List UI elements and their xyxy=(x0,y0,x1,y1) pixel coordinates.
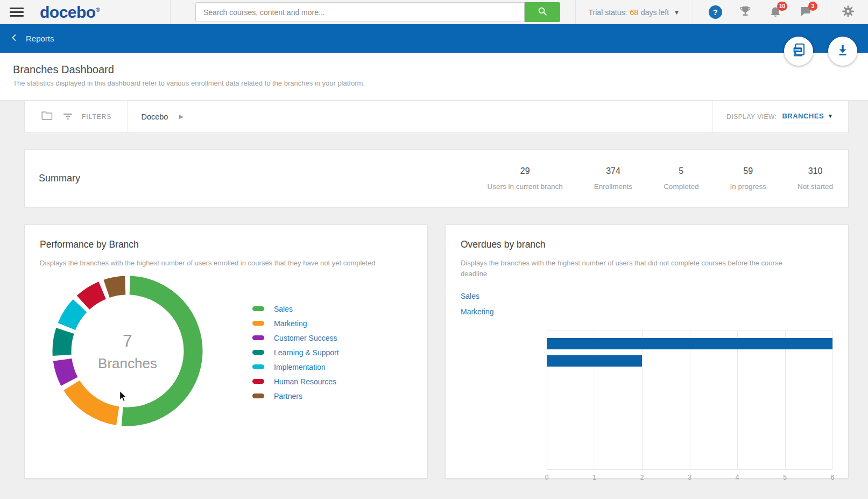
search-icon xyxy=(538,6,547,18)
legend-item-sales[interactable]: Sales xyxy=(252,301,339,316)
search-input[interactable] xyxy=(195,2,525,22)
stat-not-started: 310 Not started xyxy=(798,166,833,191)
chevron-right-icon: ▶ xyxy=(179,113,183,120)
gridline xyxy=(547,331,547,469)
messages-badge: 3 xyxy=(808,2,817,11)
stat-label: Users in current branch xyxy=(488,182,563,191)
legend-swatch xyxy=(252,335,264,340)
gridline xyxy=(595,331,595,469)
overdues-card-description: Displays the branches with the highest n… xyxy=(461,258,794,279)
gamification-button[interactable] xyxy=(738,5,752,19)
gridline xyxy=(642,331,643,469)
bar-sales[interactable] xyxy=(547,338,832,349)
donut-segment-customer-success[interactable] xyxy=(62,360,69,381)
filters-label: FILTERS xyxy=(82,113,111,121)
legend-item-learning-support[interactable]: Learning & Support xyxy=(252,345,339,360)
download-button[interactable] xyxy=(828,37,857,66)
donut-segment-marketing[interactable] xyxy=(72,385,118,416)
download-icon xyxy=(836,43,850,59)
stat-in-progress: 59 In progress xyxy=(730,166,766,191)
svg-text:PDF: PDF xyxy=(794,48,801,52)
help-icon: ? xyxy=(709,5,722,19)
overdues-branch-links: Sales Marketing xyxy=(461,292,493,323)
performance-by-branch-card: Performance by Branch Displays the branc… xyxy=(24,224,428,479)
caret-down-icon: ▼ xyxy=(674,9,680,16)
donut-center-value: 7 xyxy=(123,331,132,350)
gear-icon xyxy=(841,4,855,20)
x-tick-label: 5 xyxy=(783,474,787,481)
back-to-reports[interactable]: Reports xyxy=(10,33,54,44)
legend-label: Human Resources xyxy=(274,377,336,386)
filter-icon xyxy=(61,109,74,124)
donut-segment-partners[interactable] xyxy=(107,285,125,289)
branches-donut-chart: 7 Branches xyxy=(52,276,203,426)
donut-legend: SalesMarketingCustomer SuccessLearning &… xyxy=(252,301,339,403)
summary-title: Summary xyxy=(39,173,80,184)
legend-label: Implementation xyxy=(274,363,326,371)
legend-item-marketing[interactable]: Marketing xyxy=(252,316,339,331)
stat-value: 310 xyxy=(798,166,833,176)
legend-item-customer-success[interactable]: Customer Success xyxy=(252,331,339,345)
filters-button[interactable]: FILTERS xyxy=(25,101,128,132)
back-label: Reports xyxy=(26,34,54,43)
donut-segment-sales[interactable] xyxy=(122,285,193,417)
bar-marketing[interactable] xyxy=(547,355,642,367)
stat-label: Completed xyxy=(664,182,698,191)
overdues-by-branch-card: Overdues by branch Displays the branches… xyxy=(445,224,849,479)
filters-bar: FILTERS Docebo ▶ DISPLAY VIEW: BRANCHES … xyxy=(24,101,849,133)
legend-swatch xyxy=(252,364,264,369)
messages-button[interactable]: 3 xyxy=(799,5,813,19)
dashboard-content: Summary 29 Users in current branch 374 E… xyxy=(0,133,868,479)
stat-users-in-current-branch: 29 Users in current branch xyxy=(488,166,563,191)
x-tick-label: 4 xyxy=(736,474,739,481)
performance-card-title: Performance by Branch xyxy=(40,239,412,250)
legend-item-human-resources[interactable]: Human Resources xyxy=(252,374,339,389)
legend-label: Customer Success xyxy=(274,334,337,342)
overdues-card-title: Overdues by branch xyxy=(461,239,833,250)
stat-label: Not started xyxy=(798,182,833,191)
x-tick-label: 0 xyxy=(545,474,549,481)
legend-label: Sales xyxy=(274,305,293,313)
legend-item-partners[interactable]: Partners xyxy=(252,389,339,403)
stat-value: 5 xyxy=(664,166,698,176)
stat-enrollments: 374 Enrollments xyxy=(594,166,632,191)
page-title: Branches Dashboard xyxy=(13,64,868,76)
legend-swatch xyxy=(252,306,264,311)
branch-breadcrumb-docebo[interactable]: Docebo ▶ xyxy=(128,113,196,121)
trial-status-dropdown[interactable]: Trial status: 68 days left ▼ xyxy=(576,0,693,24)
x-tick-label: 1 xyxy=(592,474,596,481)
donut-segment-implementation[interactable] xyxy=(67,306,80,326)
legend-swatch xyxy=(252,393,264,398)
x-tick-label: 2 xyxy=(640,474,644,481)
search-bar xyxy=(171,2,560,22)
settings-button[interactable] xyxy=(828,0,868,24)
donut-segment-learning-support[interactable] xyxy=(62,331,65,355)
header-left: docebo® xyxy=(0,0,170,24)
logo-text: docebo xyxy=(40,3,96,21)
legend-label: Partners xyxy=(274,392,302,400)
legend-label: Learning & Support xyxy=(274,348,339,357)
export-pdf-button[interactable]: PDF xyxy=(784,37,813,66)
summary-card: Summary 29 Users in current branch 374 E… xyxy=(24,149,849,207)
branch-link-marketing[interactable]: Marketing xyxy=(461,307,493,316)
display-view-dropdown[interactable]: DISPLAY VIEW: BRANCHES ▼ xyxy=(712,101,848,132)
x-tick-label: 6 xyxy=(831,474,835,481)
branch-link-sales[interactable]: Sales xyxy=(461,292,493,300)
trial-days-suffix: days left xyxy=(641,8,669,17)
trial-days-value: 68 xyxy=(630,8,638,17)
page-header: Branches Dashboard The statistics displa… xyxy=(0,53,868,101)
stat-value: 29 xyxy=(488,166,563,176)
logo-registered-mark: ® xyxy=(96,6,100,13)
notifications-button[interactable]: 10 xyxy=(768,5,782,19)
overdues-bar-plot xyxy=(547,330,832,470)
gridline xyxy=(690,331,690,469)
stat-value: 374 xyxy=(594,166,632,176)
gridline xyxy=(737,331,738,469)
hamburger-menu-icon[interactable] xyxy=(10,5,24,19)
search-button[interactable] xyxy=(525,2,560,22)
back-chevron-icon xyxy=(10,33,18,44)
docebo-logo[interactable]: docebo® xyxy=(40,3,100,22)
help-button[interactable]: ? xyxy=(708,5,722,19)
donut-segment-human-resources[interactable] xyxy=(83,290,103,303)
legend-item-implementation[interactable]: Implementation xyxy=(252,360,339,374)
